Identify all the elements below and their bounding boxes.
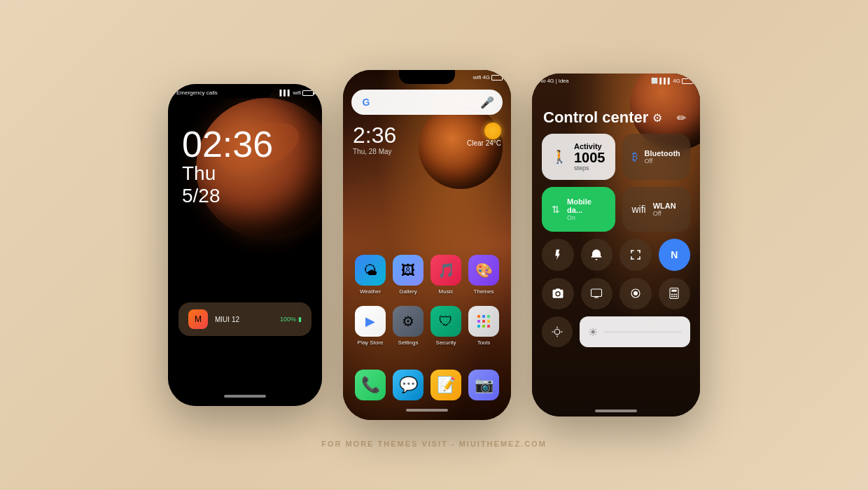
svg-point-30 bbox=[676, 296, 677, 298]
svg-rect-0 bbox=[477, 315, 480, 318]
screenshot-button[interactable] bbox=[620, 239, 652, 271]
bluetooth-tile[interactable]: ₿ Bluetooth Off bbox=[622, 134, 691, 180]
flashlight-button[interactable] bbox=[542, 239, 574, 271]
display-button[interactable] bbox=[581, 278, 613, 310]
mobile-data-tile[interactable]: ⇅ Mobile da... On bbox=[542, 187, 615, 232]
activity-value: 1005 bbox=[574, 150, 606, 164]
cc-second-buttons bbox=[532, 278, 700, 310]
signal-bar-3: ▌▌▌ bbox=[659, 78, 671, 84]
weather-widget: Clear 24°C bbox=[467, 122, 501, 147]
camera-icon bbox=[552, 287, 564, 300]
svg-rect-17 bbox=[639, 256, 640, 260]
svg-rect-1 bbox=[482, 315, 485, 318]
camera-button[interactable] bbox=[542, 278, 574, 310]
nfc-label: N bbox=[671, 249, 678, 260]
settings-label: Settings bbox=[398, 340, 419, 346]
mic-icon[interactable]: 🎤 bbox=[480, 96, 494, 109]
notification-button[interactable] bbox=[581, 239, 613, 271]
lock-screen-time: 02:36 Thu 5/28 bbox=[182, 126, 273, 207]
bluetooth-icon: ₿ bbox=[632, 150, 638, 163]
signal-bars-icon: ▌▌▌ bbox=[279, 90, 291, 96]
svg-rect-2 bbox=[487, 315, 490, 318]
app-weather[interactable]: 🌤 Weather bbox=[354, 255, 387, 295]
svg-rect-4 bbox=[482, 320, 485, 323]
screen-record-icon: ⬜ bbox=[651, 78, 658, 84]
activity-subtitle: steps bbox=[574, 164, 606, 172]
wlan-content: WLAN Off bbox=[653, 202, 676, 217]
brightness-slider[interactable]: ☀ bbox=[580, 316, 690, 347]
dock-camera[interactable]: 📷 bbox=[468, 370, 499, 400]
svg-point-28 bbox=[671, 296, 673, 298]
app-playstore[interactable]: ▶ Play Store bbox=[354, 306, 387, 346]
mobile-data-icon: ⇅ bbox=[552, 204, 560, 215]
sun-icon bbox=[484, 122, 501, 139]
settings-app-icon: ⚙ bbox=[393, 306, 424, 337]
calculator-icon bbox=[668, 287, 680, 300]
edit-icon[interactable]: ✏ bbox=[673, 110, 689, 125]
search-bar[interactable]: G 🎤 bbox=[351, 90, 503, 115]
tools-grid-icon bbox=[475, 313, 492, 330]
signal-icon-2: 4G bbox=[482, 74, 490, 80]
music-app-icon: 🎵 bbox=[430, 255, 461, 286]
cc-quick-buttons: N bbox=[532, 239, 700, 271]
control-center-title: Control center bbox=[543, 108, 648, 127]
wifi-icon: wifi bbox=[293, 90, 301, 96]
home-indicator-1 bbox=[224, 395, 266, 398]
themes-label: Themes bbox=[474, 288, 494, 295]
google-logo: G bbox=[360, 96, 372, 108]
dock-messages[interactable]: 💬 bbox=[393, 370, 424, 400]
battery-icon bbox=[302, 90, 314, 96]
app-settings[interactable]: ⚙ Settings bbox=[391, 306, 425, 346]
music-label: Music bbox=[439, 288, 454, 295]
svg-point-27 bbox=[676, 294, 677, 295]
phone3-status-bar: No 4G | Idea ⬜ ▌▌▌ 4G bbox=[532, 74, 700, 84]
notif-battery: 100% ▮ bbox=[280, 316, 302, 323]
app-gallery[interactable]: 🖼 Gallery bbox=[391, 255, 425, 295]
svg-rect-7 bbox=[482, 325, 485, 328]
wlan-title: WLAN bbox=[653, 202, 676, 210]
app-row-2: ▶ Play Store ⚙ Settings 🛡 Security bbox=[351, 306, 503, 346]
control-header-icons: ⚙ ✏ bbox=[650, 110, 689, 125]
mobile-data-title: Mobile da... bbox=[567, 197, 606, 214]
app-row-1: 🌤 Weather 🖼 Gallery 🎵 Music 🎨 Themes bbox=[351, 255, 503, 295]
settings-gear-icon[interactable]: ⚙ bbox=[650, 110, 665, 125]
home-indicator-3 bbox=[595, 410, 637, 412]
wifi-icon-2: wifi bbox=[473, 74, 482, 80]
activity-icon: 🚶 bbox=[552, 149, 567, 164]
notif-app-icon: M bbox=[188, 309, 208, 329]
lock-day: Thu bbox=[182, 162, 273, 185]
auto-brightness-button[interactable] bbox=[542, 316, 573, 347]
svg-rect-18 bbox=[592, 289, 602, 297]
app-music[interactable]: 🎵 Music bbox=[429, 255, 463, 295]
widget-date: Thu, 28 May bbox=[353, 148, 501, 155]
playstore-app-icon: ▶ bbox=[355, 306, 386, 337]
lock-date: 5/28 bbox=[182, 185, 273, 207]
gallery-label: Gallery bbox=[399, 288, 416, 295]
screenshot-icon bbox=[629, 248, 642, 261]
notch-1 bbox=[217, 84, 273, 98]
weather-app-icon: 🌤 bbox=[355, 255, 386, 286]
phone3-signal-icons: ⬜ ▌▌▌ 4G bbox=[651, 78, 693, 84]
lock-hour: 02:36 bbox=[182, 126, 273, 162]
dock-notes[interactable]: 📝 bbox=[430, 370, 461, 400]
battery-icon-2 bbox=[491, 75, 503, 80]
phone2-background: wifi 4G G 🎤 2:36 Thu, 28 May bbox=[343, 70, 511, 420]
record-icon bbox=[629, 287, 642, 300]
app-themes[interactable]: 🎨 Themes bbox=[467, 255, 500, 295]
wlan-tile[interactable]: wifi WLAN Off bbox=[622, 187, 691, 232]
activity-tile[interactable]: 🚶 Activity 1005 steps bbox=[542, 134, 615, 180]
wlan-icon: wifi bbox=[632, 204, 646, 215]
svg-point-26 bbox=[673, 294, 675, 295]
app-tools[interactable]: Tools bbox=[467, 306, 500, 346]
nfc-button[interactable]: N bbox=[659, 239, 691, 271]
security-app-icon: 🛡 bbox=[430, 306, 461, 337]
bluetooth-title: Bluetooth bbox=[645, 149, 680, 158]
home-indicator-2 bbox=[406, 409, 448, 412]
svg-marker-9 bbox=[555, 249, 560, 260]
app-security[interactable]: 🛡 Security bbox=[429, 306, 463, 346]
display-icon bbox=[590, 287, 603, 300]
record-button[interactable] bbox=[620, 278, 652, 310]
dock-phone[interactable]: 📞 bbox=[355, 370, 386, 400]
weather-label: Weather bbox=[360, 288, 381, 295]
calculator-button[interactable] bbox=[659, 278, 691, 310]
